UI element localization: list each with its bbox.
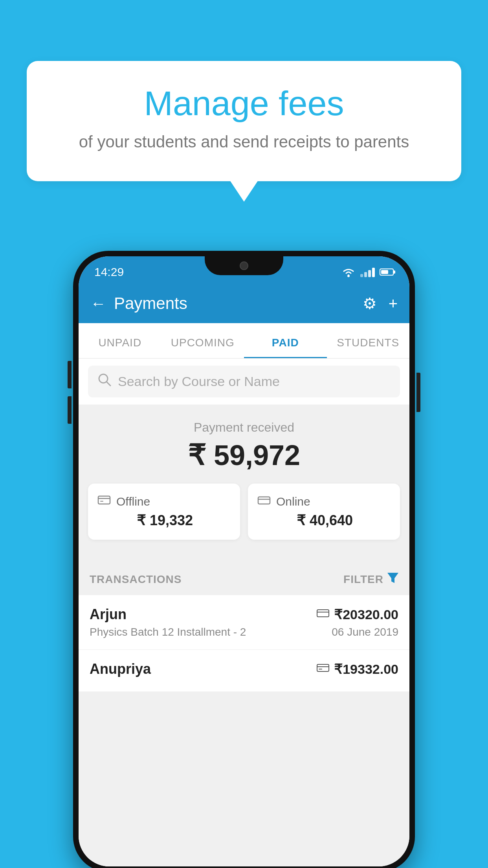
filter-label: FILTER [343, 573, 383, 586]
transaction-row-top: Anupriya ₹19332.00 [90, 661, 398, 677]
svg-rect-11 [317, 664, 329, 671]
transaction-name: Arjun [90, 606, 127, 623]
offline-icon [97, 495, 111, 508]
online-label: Online [276, 495, 310, 508]
svg-rect-3 [98, 496, 110, 504]
online-payment-card: Online ₹ 40,640 [248, 484, 400, 540]
offline-amount: ₹ 19,332 [97, 512, 231, 529]
battery-icon [380, 268, 394, 276]
phone-notch [205, 256, 283, 275]
transaction-row-top: Arjun ₹20320.00 [90, 606, 398, 623]
volume-up-button[interactable] [68, 361, 72, 388]
volume-down-button[interactable] [68, 396, 72, 424]
transaction-course: Physics Batch 12 Installment - 2 [90, 626, 246, 638]
main-content: Search by Course or Name Payment receive… [79, 359, 409, 866]
transaction-row-bottom: Physics Batch 12 Installment - 2 06 June… [90, 626, 398, 638]
search-icon [97, 373, 112, 390]
transaction-date: 06 June 2019 [332, 626, 398, 638]
transaction-item[interactable]: Arjun ₹20320.00 Physics Batch 12 Install… [79, 595, 409, 650]
camera-notch [240, 261, 248, 270]
transaction-type-icon [317, 608, 329, 621]
search-box[interactable]: Search by Course or Name [88, 366, 400, 397]
transaction-name: Anupriya [90, 661, 151, 677]
search-container: Search by Course or Name [79, 359, 409, 405]
svg-marker-8 [387, 573, 398, 583]
signal-icon [360, 267, 375, 277]
transactions-header: TRANSACTIONS FILTER [79, 563, 409, 595]
back-button[interactable]: ← [90, 295, 106, 313]
tab-paid[interactable]: PAID [244, 337, 327, 358]
svg-line-2 [106, 382, 110, 386]
transaction-amount-container: ₹19332.00 [317, 661, 398, 677]
transactions-label: TRANSACTIONS [90, 573, 182, 586]
payment-total-amount: ₹ 59,972 [79, 439, 409, 472]
payment-cards: Offline ₹ 19,332 [79, 484, 409, 552]
speech-bubble-container: Manage fees of your students and send re… [27, 61, 461, 181]
tab-upcoming[interactable]: UPCOMING [161, 337, 244, 358]
transaction-offline-icon [317, 663, 329, 675]
bubble-title: Manage fees [58, 85, 430, 123]
app-bar: ← Payments ⚙ + [79, 284, 409, 323]
payment-summary: Payment received ₹ 59,972 [79, 405, 409, 563]
app-title: Payments [114, 294, 363, 313]
offline-card-header: Offline [97, 495, 231, 508]
svg-rect-6 [258, 497, 270, 504]
app-bar-icons: ⚙ + [363, 294, 398, 313]
online-amount: ₹ 40,640 [257, 512, 391, 529]
wifi-icon [341, 267, 356, 278]
phone-screen: 14:29 [79, 256, 409, 866]
add-button[interactable]: + [389, 295, 398, 313]
offline-label: Offline [116, 495, 150, 508]
transaction-amount: ₹19332.00 [334, 661, 398, 677]
svg-point-0 [347, 275, 350, 277]
search-input[interactable]: Search by Course or Name [118, 374, 280, 389]
tab-unpaid[interactable]: UNPAID [79, 337, 161, 358]
transaction-amount-container: ₹20320.00 [317, 607, 398, 622]
bubble-subtitle: of your students and send receipts to pa… [58, 131, 430, 154]
filter-container[interactable]: FILTER [343, 573, 398, 586]
online-icon [257, 495, 271, 508]
filter-icon [387, 573, 398, 586]
status-icons [341, 267, 394, 278]
transaction-amount: ₹20320.00 [334, 607, 398, 622]
status-time: 14:29 [94, 265, 124, 279]
phone-frame: 14:29 [73, 251, 415, 868]
tabs-bar: UNPAID UPCOMING PAID STUDENTS [79, 323, 409, 359]
tab-students[interactable]: STUDENTS [327, 337, 410, 358]
offline-payment-card: Offline ₹ 19,332 [88, 484, 240, 540]
transaction-item[interactable]: Anupriya ₹19332.00 [79, 650, 409, 692]
svg-rect-9 [317, 610, 329, 617]
speech-bubble: Manage fees of your students and send re… [27, 61, 461, 181]
online-card-header: Online [257, 495, 391, 508]
power-button[interactable] [416, 373, 420, 412]
payment-received-label: Payment received [79, 420, 409, 435]
settings-button[interactable]: ⚙ [363, 294, 377, 313]
